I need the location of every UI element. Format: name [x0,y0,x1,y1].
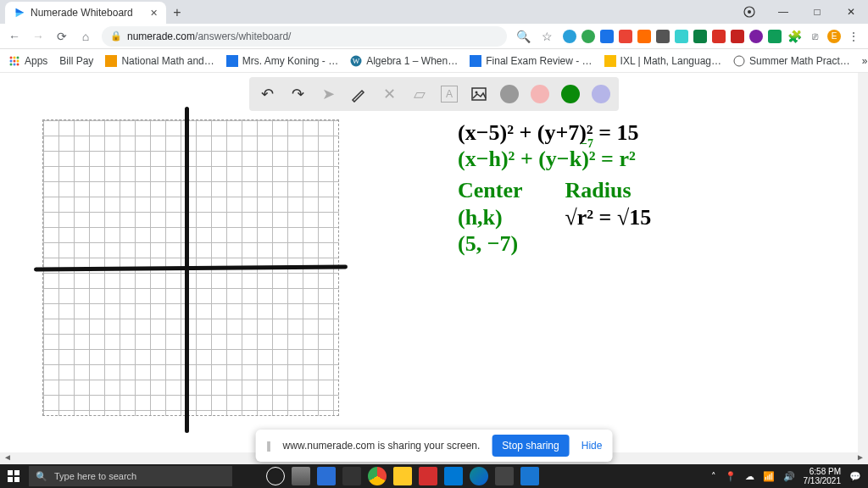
scroll-left-arrow[interactable]: ◄ [3,452,12,462]
hide-banner-button[interactable]: Hide [581,440,603,452]
pointer-tool[interactable]: ➤ [319,85,337,103]
forward-button[interactable]: → [31,29,46,44]
color-green[interactable] [561,85,580,103]
notifications-icon[interactable]: 💬 [849,471,861,482]
wordpress-icon: W [350,55,362,67]
app-icon[interactable] [342,467,361,485]
onedrive-icon[interactable]: ☁ [745,471,754,482]
window-titlebar: Numerade Whiteboard ✕ + — □ ✕ [0,0,868,24]
wifi-icon[interactable]: 📶 [763,471,775,482]
svg-point-3 [748,10,751,14]
ext-icon[interactable] [768,30,782,43]
svg-text:W: W [353,57,360,65]
app-icon[interactable] [520,467,539,485]
location-icon[interactable]: 📍 [725,471,737,482]
edge-icon[interactable] [470,467,488,485]
task-view-icon[interactable] [292,467,310,485]
home-button[interactable]: ⌂ [78,29,93,44]
text-tool[interactable]: A [441,86,458,103]
vertical-scrollbar[interactable] [858,73,868,452]
ext-icon[interactable] [619,30,632,43]
center-label: Center [458,177,523,203]
ext-icon[interactable] [656,30,670,43]
handwritten-math: (x−5)² + (y+7)² = 15 (x−h)² + (y−k)² = r… [458,119,651,257]
bookmark-item[interactable]: WAlgebra 1 – When… [350,55,458,67]
tab-favicon [14,7,25,19]
maximize-button[interactable]: □ [800,0,834,24]
ext-icon[interactable] [637,30,651,43]
ext-icon[interactable] [693,30,707,43]
extensions-button[interactable]: 🧩 [787,29,802,44]
volume-icon[interactable]: 🔊 [783,471,795,482]
bookmark-item[interactable]: Summer Math Pract… [733,55,850,67]
system-tray: ˄ 📍 ☁ 📶 🔊 6:58 PM 7/13/2021 💬 [711,467,869,485]
new-tab-button[interactable]: + [166,2,188,24]
app-icon[interactable] [419,467,437,485]
taskbar-search[interactable]: 🔍 Type here to search [29,466,232,486]
reload-button[interactable]: ⟳ [54,29,70,44]
search-icon[interactable]: 🔍 [515,29,531,44]
browser-tab[interactable]: Numerade Whiteboard ✕ [5,2,166,24]
extensions-tray: 🧩 ⎚ E ⋮ [563,29,861,44]
whiteboard-toolbar: ↶ ↷ ➤ ✕ ▱ A [249,77,619,111]
chrome-icon[interactable] [368,467,387,485]
cortana-icon[interactable] [266,467,285,485]
url-bar[interactable]: 🔒 numerade.com/answers/whiteboard/ [102,26,507,47]
bookmarks-overflow[interactable]: » [862,55,868,67]
profile-avatar[interactable]: E [827,30,841,43]
tray-chevron-icon[interactable]: ˄ [711,471,716,482]
bookmark-item[interactable]: Mrs. Amy Koning - … [226,55,338,67]
pen-tool[interactable] [349,85,368,103]
file-explorer-icon[interactable] [393,467,412,485]
apps-button[interactable]: Apps [8,55,47,67]
ext-icon[interactable] [675,30,688,43]
minimize-button[interactable]: — [766,0,800,24]
image-tool[interactable] [470,85,488,103]
close-icon[interactable]: ✕ [150,8,158,19]
undo-button[interactable]: ↶ [258,85,276,103]
bookmark-item[interactable]: IXL | Math, Languag… [604,55,721,67]
apps-label: Apps [25,55,47,67]
radius-label: Radius [565,177,652,203]
redo-button[interactable]: ↷ [288,85,307,103]
svg-point-5 [14,56,16,58]
ext-icon[interactable] [712,30,726,43]
ext-icon[interactable] [731,30,744,43]
color-pink[interactable] [531,85,549,103]
app-icon[interactable] [495,467,514,485]
search-placeholder: Type here to search [54,471,136,481]
chrome-menu-button[interactable]: ⋮ [846,29,861,44]
stop-sharing-button[interactable]: Stop sharing [492,435,569,457]
ext-icon[interactable] [563,30,576,43]
bookmark-icon [604,55,616,67]
app-icon[interactable] [317,467,336,485]
scroll-right-arrow[interactable]: ► [856,452,865,462]
svg-point-17 [476,92,478,94]
store-icon[interactable] [444,467,463,485]
bookmark-item[interactable]: Bill Pay [59,55,93,67]
eraser-tool[interactable]: ▱ [410,85,429,103]
svg-marker-1 [16,8,25,13]
account-indicator[interactable] [732,0,766,24]
star-icon[interactable]: ☆ [539,29,554,44]
back-button[interactable]: ← [7,29,22,44]
ext-icon[interactable] [600,30,614,43]
taskbar-clock[interactable]: 6:58 PM 7/13/2021 [804,467,842,485]
close-window-button[interactable]: ✕ [834,0,868,24]
bookmark-item[interactable]: Final Exam Review - … [470,55,592,67]
bookmarks-bar: Apps Bill Pay National Math and… Mrs. Am… [0,49,868,73]
cast-icon[interactable]: ⎚ [807,29,822,44]
svg-point-6 [17,56,19,58]
start-button[interactable] [0,470,27,482]
ext-icon[interactable] [749,30,763,43]
coordinate-grid [42,119,339,416]
svg-point-8 [14,59,16,62]
color-lavender[interactable] [592,85,610,103]
tools-button[interactable]: ✕ [380,85,398,103]
ext-icon[interactable] [581,30,595,43]
bookmark-item[interactable]: National Math and… [105,55,214,67]
equation-given: (x−5)² + (y+7)² = 15 [458,119,651,146]
screen-share-banner: ‖ www.numerade.com is sharing your scree… [256,430,613,462]
color-gray[interactable] [500,85,519,103]
apps-icon [8,55,20,67]
